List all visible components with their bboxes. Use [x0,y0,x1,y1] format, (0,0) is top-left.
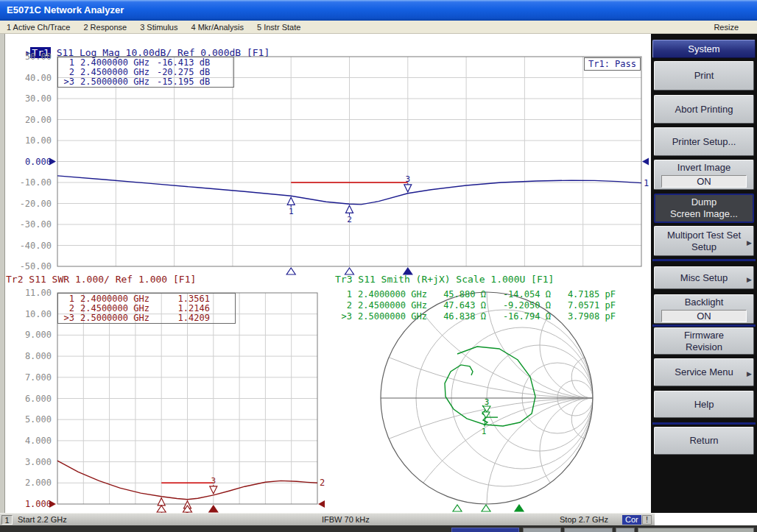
softkey-label: Return [689,435,718,447]
y-tick-label: 20.00 [0,115,52,125]
softkey-abort-printing[interactable]: Abort Printing [654,95,754,124]
channel-number: 1 [1,515,13,525]
start-frequency: Start 2.2 GHz [18,515,67,524]
softkey-printer-setup[interactable]: Printer Setup... [654,127,754,156]
svg-text:3: 3 [211,476,216,486]
status-segment [638,528,754,532]
softkey-label: Multiport Test Set [667,230,741,241]
softkey-separator [652,324,756,327]
tr2-plot[interactable]: 1232 [47,288,334,529]
y-tick-label: 9.000 [0,330,52,340]
marker-row: >32.5000000 GHz1.4209 [58,313,235,323]
tr1-pass-badge: Tr1: Pass [584,57,641,71]
softkey-help[interactable]: Help [654,391,754,418]
softkey-state-toggle[interactable]: ON [661,310,747,322]
svg-text:1: 1 [644,178,649,188]
softkey-dump-screen-image[interactable]: DumpScreen Image... [654,194,754,223]
status-segment [616,528,635,532]
y-tick-label: 7.000 [0,372,52,383]
menu-bar: 1 Active Ch/Trace2 Response3 Stimulus4 M… [0,21,757,34]
menu-item-resize[interactable]: Resize [707,23,745,32]
marker-row: >32.5000000 GHz46.838 Ω-16.794 Ω3.7908 p… [336,311,623,322]
softkey-label: Misc Setup [680,272,728,284]
submenu-arrow-icon: ▶ [747,237,752,249]
softkey-sidebar: SystemPrintAbort PrintingPrinter Setup..… [651,34,757,513]
svg-text:2: 2 [347,215,352,224]
softkey-label: System [688,43,719,55]
status-segment [451,528,519,532]
softkey-separator [652,259,756,261]
tr3-marker-table: 12.4000000 GHz45.880 Ω-14.054 Ω4.7185 pF… [336,289,623,322]
softkey-print[interactable]: Print [654,61,754,91]
softkey-label: Revision [686,341,722,353]
y-tick-label: 50.00 [0,52,52,62]
softkey-label: Setup [691,241,716,253]
y-tick-label: -30.00 [0,219,52,230]
y-tick-label: -40.00 [0,241,52,251]
svg-text:3: 3 [405,174,410,184]
correction-badge: Cor [622,515,641,525]
status-segment [564,528,613,532]
y-tick-label: 8.000 [0,351,52,361]
softkey-label: Dump [691,196,717,208]
tr2-header: Tr2 S11 SWR 1.000/ Ref 1.000 [F1] [6,274,196,285]
menu-item-1[interactable]: 1 Active Ch/Trace [0,23,77,32]
marker-row: 22.4500000 GHz47.643 Ω-9.2050 Ω7.0571 pF [336,300,623,311]
softkey-label: Firmware [684,330,724,341]
marker-row: >32.5000000 GHz-15.195 dB [58,77,233,87]
y-tick-label: 3.000 [0,457,52,467]
softkey-label: Screen Image... [670,208,738,220]
softkey-label: Abort Printing [675,104,733,116]
softkey-separator [652,422,756,425]
channel-status-bar: 1 Start 2.2 GHz IFBW 70 kHz Stop 2.7 GHz… [0,513,655,525]
softkey-state-toggle[interactable]: ON [661,175,747,188]
softkey-backlight[interactable]: BacklightON [654,294,754,324]
status-segment [523,528,561,532]
softkey-label: Print [694,70,714,82]
stop-frequency: Stop 2.7 GHz [560,515,608,524]
y-tick-label: 10.00 [0,135,52,146]
softkey-misc-setup[interactable]: Misc Setup▶ [654,266,754,289]
softkey-label: Printer Setup... [672,136,736,148]
y-tick-label: 11.00 [0,288,52,298]
softkey-return[interactable]: Return [654,427,754,455]
submenu-arrow-icon: ▶ [747,274,752,285]
warning-badge: ! [642,515,652,525]
y-tick-label: 5.000 [0,414,52,425]
softkey-label: Invert Image [677,162,730,174]
marker-row: 12.4000000 GHz45.880 Ω-14.054 Ω4.7185 pF [336,289,623,300]
softkey-label: Service Menu [675,366,733,378]
y-tick-label: 0.000 [0,157,52,167]
tr2-marker-table: 12.4000000 GHz1.356122.4500000 GHz1.2146… [57,293,236,324]
svg-text:1: 1 [482,427,487,436]
y-tick-label: -50.00 [0,261,52,272]
svg-text:2: 2 [320,478,325,488]
title-bar: E5071C Network Analyzer [0,0,757,21]
window-title: E5071C Network Analyzer [7,4,124,15]
menu-item-3[interactable]: 3 Stimulus [133,23,184,32]
softkey-label: Backlight [685,297,724,308]
svg-text:1: 1 [289,207,294,216]
menu-item-5[interactable]: 5 Instr State [250,23,307,32]
y-tick-label: 40.00 [0,73,52,83]
ifbw-value: IFBW 70 kHz [322,515,370,524]
y-tick-label: 1.000 [0,499,52,509]
softkey-system[interactable]: System [652,40,756,58]
y-tick-label: -20.00 [0,199,52,209]
y-tick-label: 2.000 [0,478,52,488]
softkey-multiport-test-set-setup[interactable]: Multiport Test SetSetup▶ [654,226,754,256]
instrument-status-bar [0,525,757,532]
y-tick-label: 10.00 [0,309,52,319]
softkey-firmware-revision[interactable]: FirmwareRevision [654,327,754,355]
app-window: E5071C Network Analyzer 1 Active Ch/Trac… [0,0,757,532]
menu-item-2[interactable]: 2 Response [77,23,133,32]
softkey-invert-image[interactable]: Invert ImageON [654,160,754,190]
y-tick-label: -10.00 [0,177,52,188]
menu-item-4[interactable]: 4 Mkr/Analysis [184,23,250,32]
y-tick-label: 4.000 [0,436,52,446]
svg-text:3: 3 [485,397,490,407]
tr3-header: Tr3 S11 Smith (R+jX) Scale 1.000U [F1] [335,274,554,285]
tr1-marker-table: 12.4000000 GHz-16.413 dB22.4500000 GHz-2… [57,57,234,88]
softkey-service-menu[interactable]: Service Menu▶ [654,358,754,386]
softkey-label: Help [694,399,714,411]
